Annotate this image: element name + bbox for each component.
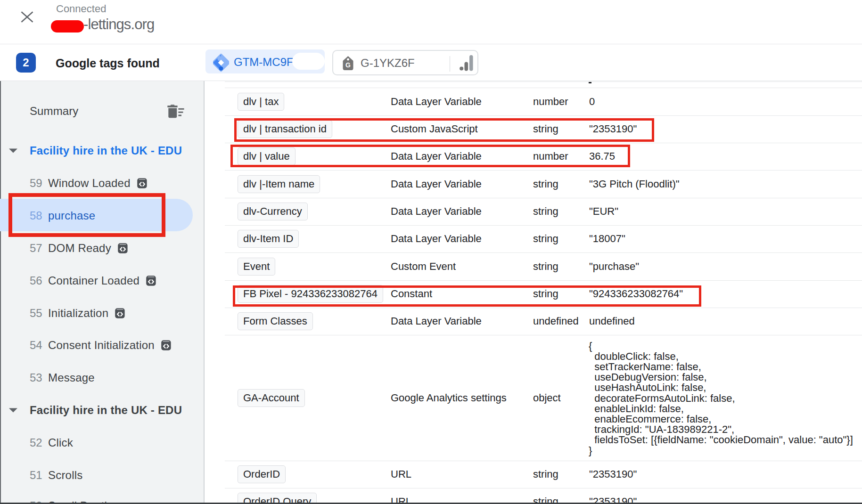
svg-text:G: G	[345, 61, 351, 69]
